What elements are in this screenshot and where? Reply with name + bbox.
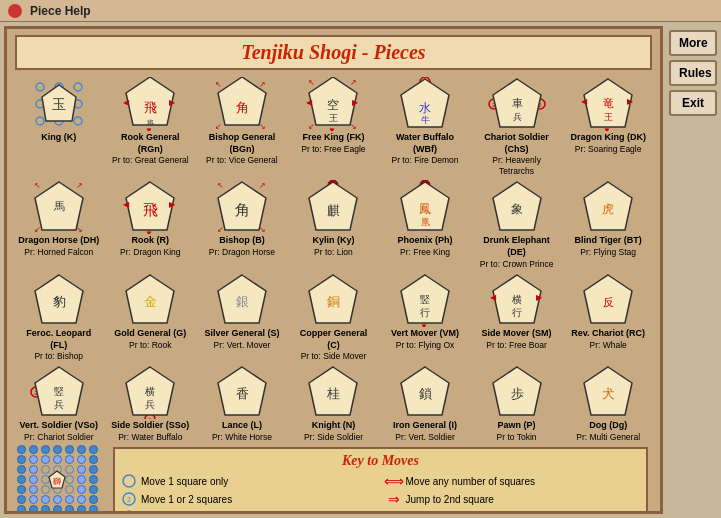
- svg-text:竪: 竪: [420, 294, 430, 305]
- piece-copper-general: 銅 Copper General (C)Pr to: Side Mover: [292, 272, 374, 362]
- piece-copper-general-graphic: 銅: [303, 272, 363, 328]
- svg-point-0: [36, 83, 44, 91]
- piece-bishop-label: Bishop (B)Pr: Dragon Horse: [209, 235, 275, 258]
- key-icon-sword: [386, 509, 402, 511]
- svg-text:◀: ◀: [306, 98, 313, 107]
- svg-text:飛: 飛: [144, 100, 157, 115]
- svg-text:玉: 玉: [52, 97, 66, 112]
- piece-silver-general-label: Silver General (S)Pr: Vert. Mover: [204, 328, 279, 351]
- svg-text:角: 角: [234, 202, 249, 218]
- key-item-5: ⟺ Move any number of squares: [386, 473, 641, 489]
- piece-vert-mover-graphic: 竪 行 ▲ ▼: [395, 272, 455, 328]
- key-text-5: Move any number of squares: [406, 476, 536, 487]
- piece-free-king: 空 王 ▲ ◀ ▶ ▼ ↖ ↗ ↙ ↘: [292, 76, 374, 177]
- piece-knight-graphic: 桂: [303, 364, 363, 420]
- key-item-6: ⇒ Jump to 2nd square: [386, 491, 641, 507]
- svg-text:銀: 銀: [235, 294, 248, 309]
- piece-dragon-horse: 馬 ↖ ↗ ↙ ↘ Dragon Horse (DH)Pr: Horned Fa…: [18, 179, 100, 269]
- svg-text:行: 行: [512, 307, 522, 318]
- svg-text:水: 水: [419, 101, 431, 115]
- svg-text:2: 2: [127, 496, 131, 503]
- piece-feroc-leopard-label: Feroc. Leopard (FL)Pr to: Bishop: [18, 328, 100, 362]
- svg-text:▲: ▲: [512, 365, 520, 366]
- svg-text:犬: 犬: [602, 386, 615, 401]
- svg-text:◀: ◀: [123, 98, 130, 107]
- piece-vert-soldier: 2 竪 兵 Vert. Soldier (VSo)Pr: Chariot Sol…: [18, 364, 100, 443]
- piece-phoenix-label: Phoenix (Ph)Pr: Free King: [398, 235, 453, 258]
- lion-circle-grid: 獅: [17, 445, 100, 511]
- key-icon-arrow-jump2: ⇒: [386, 491, 402, 507]
- main-container: Tenjiku Shogi - Pieces: [0, 22, 721, 518]
- svg-text:横: 横: [145, 386, 155, 397]
- svg-text:虎: 虎: [602, 202, 614, 216]
- key-icon-lion-a: [121, 509, 137, 511]
- rules-button[interactable]: Rules: [669, 60, 717, 86]
- piece-side-mover-graphic: 横 行 ◀ ▶: [487, 272, 547, 328]
- piece-bishop: 角 ↖ ↗ ↙ ↘ Bishop (B)Pr: Dragon Horse: [201, 179, 283, 269]
- piece-dog-graphic: 犬: [578, 364, 638, 420]
- piece-vert-soldier-label: Vert. Soldier (VSo)Pr: Chariot Soldier: [20, 420, 99, 443]
- piece-bishop-general: 角 ↖ ↗ ↙ ↘ Bishop General (BGn)Pr to: Vic…: [201, 76, 283, 177]
- piece-knight-label: Knight (N)Pr: Side Soldier: [304, 420, 363, 443]
- piece-bishop-general-label: Bishop General (BGn)Pr to: Vice General: [201, 132, 283, 166]
- key-icon-arrow-any: ⟺: [386, 473, 402, 489]
- svg-text:↖: ↖: [217, 181, 224, 190]
- piece-feroc-leopard: 豹 Feroc. Leopard (FL)Pr to: Bishop: [18, 272, 100, 362]
- piece-rook-general-label: Rook General (RGn)Pr to: Great General: [109, 132, 191, 166]
- bottom-section: 獅: [13, 445, 654, 511]
- svg-text:反: 反: [603, 296, 614, 308]
- svg-text:↗: ↗: [259, 181, 266, 190]
- piece-gold-general: 金 Gold General (G)Pr to: Rook: [109, 272, 191, 362]
- svg-text:▶: ▶: [352, 98, 359, 107]
- piece-side-mover-label: Side Mover (SM)Pr to: Free Boar: [482, 328, 552, 351]
- close-button[interactable]: [8, 4, 22, 18]
- svg-text:▲: ▲: [237, 365, 245, 366]
- key-text-1: Move 1 square only: [141, 476, 228, 487]
- svg-text:◀: ◀: [123, 200, 130, 209]
- piece-dragon-king: 竜 王 ▲ ◀ ▶ ▼ Dragon King (DK)Pr: Soaring …: [567, 76, 649, 177]
- piece-king-label: King (K): [41, 132, 76, 144]
- piece-free-king-label: Free King (FK)Pr to: Free Eagle: [301, 132, 365, 155]
- piece-king: 玉 King (K): [18, 76, 100, 177]
- svg-text:↙: ↙: [217, 225, 224, 234]
- svg-point-126: [123, 475, 135, 487]
- piece-phoenix: 鳳 凰 Phoenix (Ph)Pr: Free King: [384, 179, 466, 269]
- piece-iron-general-graphic: 鎖: [395, 364, 455, 420]
- piece-dragon-king-label: Dragon King (DK)Pr: Soaring Eagle: [570, 132, 646, 155]
- key-text-2: Move 1 or 2 squares: [141, 494, 232, 505]
- svg-text:▼: ▼: [145, 229, 153, 234]
- title-bar: Piece Help: [0, 0, 721, 22]
- svg-text:兵: 兵: [54, 399, 64, 410]
- piece-rook-general: 飛 将 ▲ ◀ ▶ ▼ Rook General (RGn)Pr to: Gre…: [109, 76, 191, 177]
- key-title: Key to Moves: [121, 453, 640, 469]
- more-button[interactable]: More: [669, 30, 717, 56]
- svg-text:▶: ▶: [169, 200, 176, 209]
- piece-row-2: 馬 ↖ ↗ ↙ ↘ Dragon Horse (DH)Pr: Horned Fa…: [9, 179, 658, 269]
- svg-text:王: 王: [604, 112, 613, 122]
- piece-pawn: 歩 ▲ Pawn (P)Pr to Tokin: [476, 364, 558, 443]
- svg-text:馬: 馬: [52, 200, 64, 212]
- piece-blind-tiger-label: Blind Tiger (BT)Pr: Flying Stag: [574, 235, 641, 258]
- svg-text:↖: ↖: [308, 78, 315, 87]
- piece-row-1: 玉 King (K) 飛 将: [9, 76, 658, 177]
- piece-water-buffalo-graphic: 2 水 牛: [395, 76, 455, 132]
- pieces-container: 玉 King (K) 飛 将: [7, 76, 660, 443]
- piece-drunk-elephant-label: Drunk Elephant (DE)Pr to: Crown Prince: [476, 235, 558, 269]
- svg-text:豹: 豹: [52, 294, 65, 309]
- piece-kylin-graphic: 麒: [303, 179, 363, 235]
- piece-lance: 香 ▲ Lance (L)Pr: White Horse: [201, 364, 283, 443]
- piece-chariot-soldier-graphic: 2 2 車 兵: [487, 76, 547, 132]
- exit-button[interactable]: Exit: [669, 90, 717, 116]
- svg-text:凰: 凰: [421, 217, 430, 227]
- svg-text:兵: 兵: [145, 399, 155, 410]
- piece-dragon-horse-label: Dragon Horse (DH)Pr: Horned Falcon: [18, 235, 99, 258]
- piece-dragon-horse-graphic: 馬 ↖ ↗ ↙ ↘: [29, 179, 89, 235]
- piece-bishop-general-graphic: 角 ↖ ↗ ↙ ↘: [212, 76, 272, 132]
- piece-iron-general: 鎖 Iron General (I)Pr: Vert. Soldier: [384, 364, 466, 443]
- piece-rev-chariot: 反 Rev. Chariot (RC)Pr: Whale: [567, 272, 649, 362]
- svg-text:▲: ▲: [420, 273, 428, 274]
- key-item-3: Lion Move – A square: [121, 509, 376, 511]
- svg-text:↘: ↘: [76, 225, 83, 234]
- key-item-2: 2 Move 1 or 2 squares: [121, 491, 376, 507]
- piece-dog-label: Dog (Dg)Pr: Multi General: [576, 420, 640, 443]
